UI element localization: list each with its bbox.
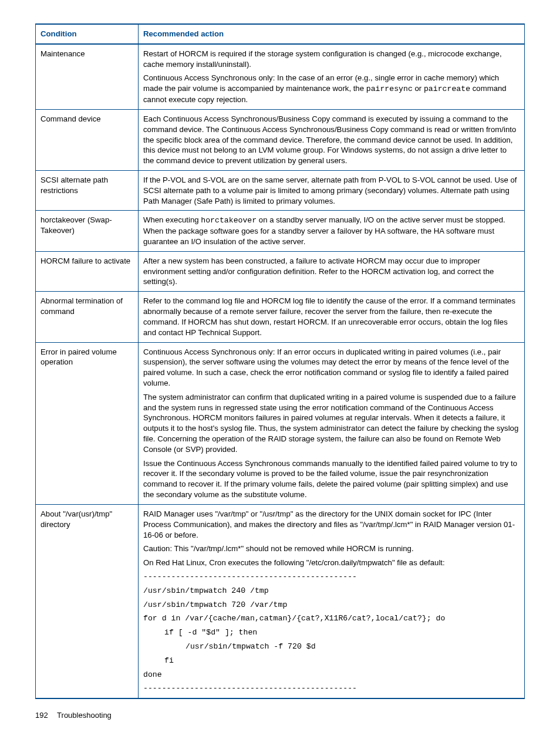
footer-section: Troubleshooting (57, 711, 112, 720)
table-row: Abnormal termination of commandRefer to … (36, 292, 525, 342)
table-row: HORCM failure to activateAfter a new sys… (36, 251, 525, 291)
action-cell: Restart of HORCM is required if the stor… (139, 44, 525, 110)
paragraph: Refer to the command log file and HORCM … (143, 296, 519, 337)
troubleshooting-table: Condition Recommended action Maintenance… (35, 23, 525, 699)
paragraph: Caution: This "/var/tmp/.lcm*" should no… (143, 544, 519, 554)
table-row: About "/var(usr)/tmp" directoryRAID Mana… (36, 504, 525, 698)
condition-cell: SCSI alternate path restrictions (36, 170, 139, 210)
table-row: horctakeover (Swap-Takeover)When executi… (36, 211, 525, 251)
table-row: Command deviceEach Continuous Access Syn… (36, 109, 525, 170)
page-footer: 192 Troubleshooting (35, 711, 525, 720)
condition-cell: Error in paired volume operation (36, 342, 139, 504)
document-page: Condition Recommended action Maintenance… (0, 0, 560, 737)
action-cell: If the P-VOL and S-VOL are on the same s… (139, 170, 525, 210)
table-row: MaintenanceRestart of HORCM is required … (36, 44, 525, 110)
action-cell: When executing horctakeover on a standby… (139, 211, 525, 251)
col-header-action: Recommended action (139, 24, 525, 44)
action-cell: After a new system has been constructed,… (139, 251, 525, 291)
paragraph: Each Continuous Access Synchronous/Busin… (143, 114, 519, 166)
paragraph: /usr/sbin/tmpwatch -f 720 $d (143, 642, 519, 652)
page-number: 192 (35, 711, 48, 720)
action-cell: Each Continuous Access Synchronous/Busin… (139, 109, 525, 170)
paragraph: After a new system has been constructed,… (143, 256, 519, 287)
condition-cell: Command device (36, 109, 139, 170)
paragraph: for d in /var/{cache/man,catman}/{cat?,X… (143, 613, 519, 624)
paragraph: On Red Hat Linux, Cron executes the foll… (143, 558, 519, 568)
condition-cell: HORCM failure to activate (36, 251, 139, 291)
paragraph: The system administrator can confirm tha… (143, 392, 519, 455)
paragraph: fi (143, 656, 519, 666)
paragraph: /usr/sbin/tmpwatch 720 /var/tmp (143, 600, 519, 610)
condition-cell: Maintenance (36, 44, 139, 110)
paragraph: if [ -d "$d" ]; then (143, 627, 519, 638)
table-row: SCSI alternate path restrictionsIf the P… (36, 170, 525, 210)
paragraph: If the P-VOL and S-VOL are on the same s… (143, 175, 519, 206)
table-row: Error in paired volume operationContinuo… (36, 342, 525, 504)
paragraph: Issue the Continuous Access Synchronous … (143, 458, 519, 500)
table-header-row: Condition Recommended action (36, 24, 525, 44)
action-cell: Refer to the command log file and HORCM … (139, 292, 525, 342)
action-cell: Continuous Access Synchronous only: If a… (139, 342, 525, 504)
paragraph: /usr/sbin/tmpwatch 240 /tmp (143, 586, 519, 596)
condition-cell: horctakeover (Swap-Takeover) (36, 211, 139, 251)
paragraph: done (143, 670, 519, 680)
paragraph: When executing horctakeover on a standby… (143, 215, 519, 247)
paragraph: Restart of HORCM is required if the stor… (143, 49, 519, 70)
condition-cell: Abnormal termination of command (36, 292, 139, 342)
paragraph: RAID Manager uses "/var/tmp" or "/usr/tm… (143, 509, 519, 540)
paragraph: ----------------------------------------… (143, 572, 519, 582)
paragraph: ----------------------------------------… (143, 683, 519, 694)
action-cell: RAID Manager uses "/var/tmp" or "/usr/tm… (139, 504, 525, 698)
col-header-condition: Condition (36, 24, 139, 44)
paragraph: Continuous Access Synchronous only: If a… (143, 347, 519, 389)
condition-cell: About "/var(usr)/tmp" directory (36, 504, 139, 698)
paragraph: Continuous Access Synchronous only: In t… (143, 73, 519, 104)
